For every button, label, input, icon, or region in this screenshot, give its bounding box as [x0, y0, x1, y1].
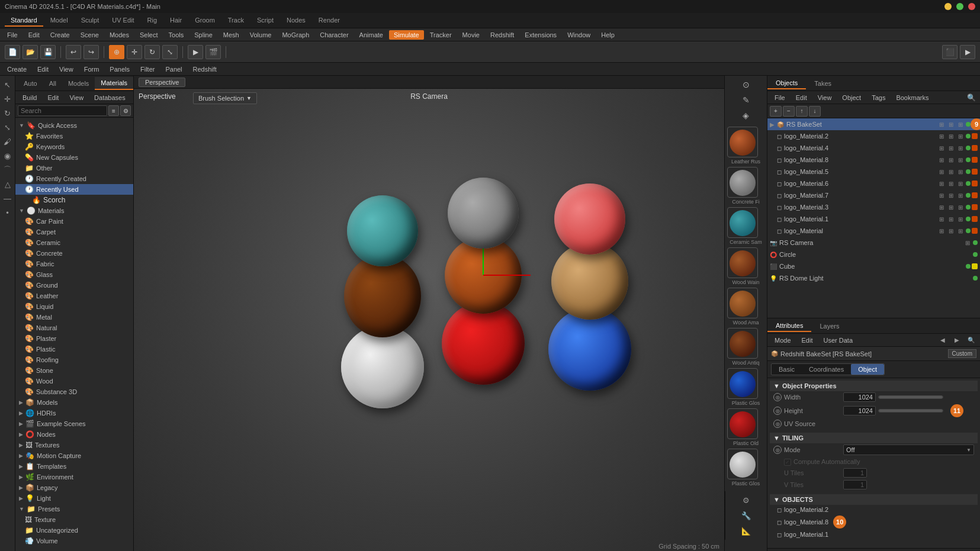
attr-nav-edit[interactable]: Edit — [797, 336, 818, 345]
tree-quick-access[interactable]: ▼ 🔖 Quick Access — [15, 120, 133, 131]
obj-item-logo3[interactable]: ◻ logo_Material.3 ⊞⊞⊞ — [767, 201, 980, 213]
obj-item-rsbakeset[interactable]: ▶ 📦 RS BakeSet ⊞ ⊞ ⊞ 9 — [767, 118, 980, 130]
undo-btn[interactable]: ↩ — [66, 45, 81, 59]
tree-environment[interactable]: ▶ 🌿 Environment — [15, 472, 133, 482]
window-controls[interactable] — [944, 3, 975, 10]
obj-move-down-btn[interactable]: ↓ — [809, 106, 821, 117]
tree-volume[interactable]: 💨 Volume — [15, 536, 133, 546]
tree-plaster[interactable]: 🎨 Plaster — [15, 333, 133, 344]
obj-item-logo6[interactable]: ◻ logo_Material.6 ⊞⊞⊞ — [767, 178, 980, 189]
mat-icon-1[interactable]: ⊙ — [740, 78, 753, 91]
mode-tab-nodes[interactable]: Nodes — [281, 15, 311, 27]
tool-pointer[interactable]: ↖ — [1, 78, 14, 91]
menu-edit[interactable]: Edit — [24, 30, 44, 40]
right-strip-icon1[interactable]: ⚙ — [740, 494, 753, 507]
tree-carpet[interactable]: 🎨 Carpet — [15, 227, 133, 237]
asset-filter-btn[interactable]: ≡ — [108, 105, 119, 116]
mat-preview-plastic-glos[interactable] — [727, 368, 758, 399]
tree-example-scenes[interactable]: ▶ 🎬 Example Scenes — [15, 418, 133, 429]
vp-edit[interactable]: Edit — [33, 65, 53, 74]
asset-tab-materials[interactable]: Materials — [95, 77, 133, 90]
tree-textures[interactable]: ▶ 🖼 Textures — [15, 440, 133, 450]
mode-tab-standard[interactable]: Standard — [5, 15, 43, 27]
menu-modes[interactable]: Modes — [105, 30, 134, 40]
height-icon[interactable]: ◎ — [773, 407, 782, 415]
tree-roofing[interactable]: 🎨 Roofing — [15, 355, 133, 365]
asset-search-input[interactable] — [18, 105, 107, 116]
mode-dropdown[interactable]: Off ▼ — [843, 444, 974, 455]
mat-icon-3[interactable]: ◈ — [740, 109, 753, 122]
ab-databases[interactable]: Databases — [89, 93, 130, 102]
tree-texture[interactable]: 🖼 Texture — [15, 514, 133, 525]
asset-tab-auto[interactable]: Auto — [18, 78, 43, 89]
obj-item-rscamera[interactable]: 📷 RS Camera ⊞ — [767, 237, 980, 249]
minimize-btn[interactable] — [944, 3, 952, 10]
render-btn[interactable]: 🎬 — [205, 45, 221, 59]
menu-redshift[interactable]: Redshift — [486, 30, 519, 40]
attr-objects-logo2[interactable]: ◻ logo_Material.2 — [770, 505, 978, 514]
objects-tab[interactable]: Objects — [767, 78, 806, 89]
tree-liquid[interactable]: 🎨 Liquid — [15, 301, 133, 312]
obj-item-logo7[interactable]: ◻ logo_Material.7 ⊞⊞⊞ — [767, 189, 980, 201]
tree-presets[interactable]: ▼ 📁 Presets — [15, 504, 133, 514]
mode-tab-script[interactable]: Script — [251, 15, 279, 27]
asset-refresh-btn[interactable]: ⚙ — [120, 105, 131, 116]
save-btn[interactable]: 💾 — [40, 45, 56, 59]
tree-favorites[interactable]: ⭐ Favorites — [15, 131, 133, 141]
obj-search-btn[interactable]: 🔍 — [965, 91, 978, 104]
mode-tab-model[interactable]: Model — [44, 15, 74, 27]
menu-mesh[interactable]: Mesh — [219, 30, 244, 40]
menu-scene[interactable]: Scene — [76, 30, 104, 40]
maximize-btn[interactable] — [956, 3, 963, 10]
tool-paint[interactable]: 🖌 — [1, 135, 14, 148]
tool-scale[interactable]: ⤡ — [1, 121, 14, 134]
menu-create[interactable]: Create — [46, 30, 75, 40]
tree-new-capsules[interactable]: 💊 New Capsules — [15, 152, 133, 163]
mat-preview-wood-wain[interactable] — [727, 247, 758, 278]
tree-ceramic[interactable]: 🎨 Ceramic — [15, 237, 133, 248]
tool-point[interactable]: • — [1, 206, 14, 219]
mode-tab-hair[interactable]: Hair — [164, 15, 188, 27]
tree-light[interactable]: ▶ 💡 Light — [15, 493, 133, 504]
mode-tab-track[interactable]: Track — [222, 15, 250, 27]
tool-polygon[interactable]: △ — [1, 178, 14, 191]
attr-section-header-tiling[interactable]: ▼ TILING — [770, 433, 978, 443]
attr-sub-tab-object[interactable]: Object — [851, 364, 884, 375]
menu-file[interactable]: File — [2, 30, 23, 40]
mode-tab-uvedit[interactable]: UV Edit — [106, 15, 140, 27]
tool-spline[interactable]: ⌒ — [1, 163, 14, 176]
obj-item-logo8[interactable]: ◻ logo_Material.8 ⊞⊞⊞ — [767, 154, 980, 166]
menu-extensions[interactable]: Extensions — [520, 30, 561, 40]
vp-panel[interactable]: Panel — [160, 65, 187, 74]
redo-btn[interactable]: ↪ — [83, 45, 99, 59]
obj-item-logo4[interactable]: ◻ logo_Material.4 ⊞⊞⊞ — [767, 142, 980, 154]
vp-redshift[interactable]: Redshift — [188, 65, 221, 74]
menu-animate[interactable]: Animate — [355, 30, 388, 40]
vp-view[interactable]: View — [54, 65, 78, 74]
menu-spline[interactable]: Spline — [189, 30, 217, 40]
obj-delete-btn[interactable]: − — [783, 106, 795, 117]
obj-nav-tags[interactable]: Tags — [867, 93, 890, 102]
width-slider[interactable] — [878, 395, 943, 399]
attr-objects-logo8[interactable]: ◻ logo_Material.8 10 — [770, 514, 978, 530]
mode-tab-groom[interactable]: Groom — [189, 15, 221, 27]
asset-tab-all[interactable]: All — [43, 78, 62, 89]
tree-stone[interactable]: 🎨 Stone — [15, 365, 133, 376]
tree-fabric[interactable]: 🎨 Fabric — [15, 259, 133, 269]
ab-edit[interactable]: Edit — [43, 93, 63, 102]
obj-item-cube[interactable]: ⬛ Cube — [767, 260, 980, 272]
select-tool[interactable]: ⊕ — [109, 45, 124, 59]
attr-tab-attributes[interactable]: Attributes — [767, 320, 811, 332]
menu-simulate[interactable]: Simulate — [389, 30, 424, 40]
tool-rotate[interactable]: ↻ — [1, 107, 14, 120]
attr-objects-logo1[interactable]: ◻ logo_Material.1 — [770, 530, 978, 539]
mode-tab-render[interactable]: Render — [313, 15, 346, 27]
right-strip-icon2[interactable]: 🔧 — [740, 509, 753, 522]
obj-nav-object[interactable]: Object — [837, 93, 866, 102]
brush-selection-btn[interactable]: Brush Selection ▼ — [193, 92, 257, 104]
tree-leather[interactable]: 🎨 Leather — [15, 291, 133, 301]
menu-help[interactable]: Help — [596, 30, 619, 40]
mat-icon-2[interactable]: ✎ — [740, 94, 753, 107]
obj-item-circle[interactable]: ⭕ Circle — [767, 249, 980, 260]
mat-preview-leather[interactable] — [727, 127, 758, 157]
